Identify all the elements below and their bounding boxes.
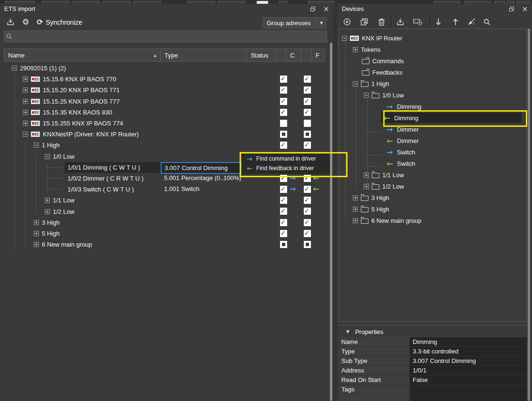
type-edit-cell[interactable]: 3.007 Control Dimming — [161, 162, 242, 174]
feedback-checkbox[interactable] — [304, 142, 311, 149]
table-row[interactable]: +6 New main group — [4, 239, 325, 250]
command-checkbox[interactable] — [280, 175, 287, 182]
command-checkbox[interactable] — [280, 76, 287, 83]
search-input[interactable] — [4, 30, 327, 42]
feedback-checkbox[interactable] — [304, 241, 311, 248]
property-value[interactable]: 3.3-bit controlled — [410, 347, 527, 356]
property-row[interactable]: Address1/0/1 — [339, 366, 527, 375]
column-header-f[interactable]: F — [312, 49, 325, 61]
tree-item[interactable]: ←Switch — [339, 158, 526, 169]
table-row[interactable]: −KNXNet/IP (Driver: KNX IP Router) — [4, 129, 325, 140]
command-checkbox[interactable] — [280, 86, 287, 94]
collapse-toggle[interactable]: − — [353, 81, 358, 86]
command-checkbox[interactable] — [280, 186, 287, 193]
expand-toggle[interactable]: + — [34, 242, 39, 247]
duplicate-button[interactable] — [358, 16, 370, 28]
table-row[interactable]: +1/2 Low — [4, 206, 325, 217]
properties-header[interactable]: ▼ Properties — [339, 325, 527, 338]
property-value[interactable]: Dimming — [410, 337, 527, 347]
table-row[interactable]: 1/0/2 Dimmer ( C R W T U )5.001 Percenta… — [4, 173, 325, 184]
tree-item[interactable]: +1/1 Low — [339, 169, 526, 181]
expand-toggle[interactable]: + — [34, 220, 39, 225]
table-row[interactable]: +1/1 Low — [4, 195, 325, 206]
device-scan-button[interactable] — [412, 16, 424, 28]
expand-toggle[interactable]: + — [23, 121, 28, 126]
expand-toggle[interactable]: + — [45, 209, 50, 214]
import-devices-button[interactable] — [395, 16, 406, 28]
property-row[interactable]: Type3.3-bit controlled — [339, 347, 527, 356]
settings-button[interactable]: ⚙ — [20, 16, 31, 28]
tree-item[interactable]: →Dimming — [339, 101, 526, 112]
tree-item[interactable]: −1 High — [339, 78, 526, 89]
property-value[interactable]: False — [410, 375, 527, 385]
feedback-checkbox[interactable] — [304, 175, 311, 182]
import-button[interactable] — [5, 16, 16, 28]
command-checkbox[interactable] — [280, 142, 287, 149]
collapse-toggle[interactable]: − — [34, 143, 39, 148]
column-header-name[interactable]: Name ▲ — [4, 49, 161, 61]
menu-item-find-command[interactable]: → Find command in driver — [242, 154, 330, 163]
command-checkbox[interactable] — [280, 109, 287, 116]
property-value[interactable] — [410, 385, 527, 394]
table-row[interactable]: +5 High — [4, 228, 325, 239]
expand-toggle[interactable]: + — [34, 231, 39, 236]
tree-item[interactable]: +5 High — [339, 203, 526, 215]
delete-button[interactable] — [376, 16, 387, 28]
column-header-feedback-check[interactable] — [301, 49, 312, 61]
collapse-toggle[interactable]: − — [45, 154, 50, 159]
table-row[interactable]: +15.15.25 KNX IP BAOS 777 — [4, 96, 325, 107]
table-row[interactable]: +15.15.6 KNX IP BAOS 770 — [4, 74, 325, 85]
add-device-button[interactable] — [341, 16, 353, 28]
feedback-checkbox[interactable] — [304, 98, 311, 105]
feedback-checkbox[interactable] — [304, 208, 311, 215]
float-panel-button[interactable] — [508, 5, 515, 13]
feedback-checkbox[interactable] — [304, 186, 311, 193]
expand-toggle[interactable]: + — [353, 218, 358, 223]
command-checkbox[interactable] — [280, 230, 287, 237]
feedback-checkbox[interactable] — [304, 197, 311, 204]
feedback-checkbox[interactable] — [304, 131, 311, 138]
column-header-status[interactable]: Status — [247, 49, 277, 61]
table-row[interactable]: 1/0/3 Switch ( C W T U )1.001 Switch→← — [4, 184, 325, 195]
collapse-toggle[interactable]: − — [342, 36, 347, 41]
feedback-checkbox[interactable] — [304, 230, 311, 237]
synchronize-button[interactable]: ⟳ — [34, 16, 46, 28]
collapse-toggle[interactable]: − — [12, 66, 17, 71]
command-checkbox[interactable] — [280, 241, 287, 248]
tree-item[interactable]: +3 High — [339, 192, 526, 203]
tree-item[interactable]: +Tokens — [339, 44, 526, 55]
command-checkbox[interactable] — [280, 98, 287, 105]
close-panel-button[interactable]: × — [322, 5, 330, 13]
feedback-checkbox[interactable] — [304, 76, 311, 83]
tree-item[interactable]: +6 New main group — [339, 215, 526, 226]
tree-item[interactable]: Commands — [339, 55, 526, 67]
table-row[interactable]: +15.15.35 KNX BAOS 830 — [4, 107, 325, 118]
table-row[interactable]: +3 High — [4, 217, 325, 228]
synchronize-label[interactable]: Synchronize — [46, 19, 82, 26]
tree-item[interactable]: →Dimmer — [339, 124, 526, 135]
tree-item[interactable]: +1/2 Low — [339, 181, 526, 192]
property-row[interactable]: Read On StartFalse — [339, 375, 527, 385]
table-row[interactable]: −29092015 (1) (2) — [4, 63, 325, 74]
group-addresses-select[interactable]: Group adresses ▼ — [262, 17, 327, 29]
table-row[interactable]: +15.15.20 KNX IP BAOS 771 — [4, 85, 325, 95]
expand-toggle[interactable]: + — [364, 184, 369, 189]
command-checkbox[interactable] — [280, 120, 287, 127]
feedback-checkbox[interactable] — [304, 86, 311, 94]
command-checkbox[interactable] — [280, 219, 287, 226]
panel-divider[interactable] — [333, 4, 338, 401]
expand-toggle[interactable]: + — [23, 99, 28, 104]
devices-vertical-scrollbar[interactable] — [528, 29, 530, 401]
tree-item[interactable]: −KNX IP Router — [339, 32, 526, 44]
move-down-button[interactable] — [433, 16, 444, 28]
collapse-toggle[interactable]: − — [23, 132, 28, 137]
chevron-down-icon[interactable]: ▼ — [316, 18, 326, 28]
property-row[interactable]: NameDimming — [339, 337, 527, 347]
move-up-button[interactable] — [450, 16, 461, 28]
property-row[interactable]: Tags — [339, 385, 527, 394]
property-value[interactable]: 1/0/1 — [410, 366, 527, 375]
expand-toggle[interactable]: + — [353, 207, 358, 212]
expand-toggle[interactable]: + — [23, 110, 28, 115]
collapse-toggle[interactable]: − — [364, 93, 369, 98]
search-devices-button[interactable] — [481, 16, 493, 28]
